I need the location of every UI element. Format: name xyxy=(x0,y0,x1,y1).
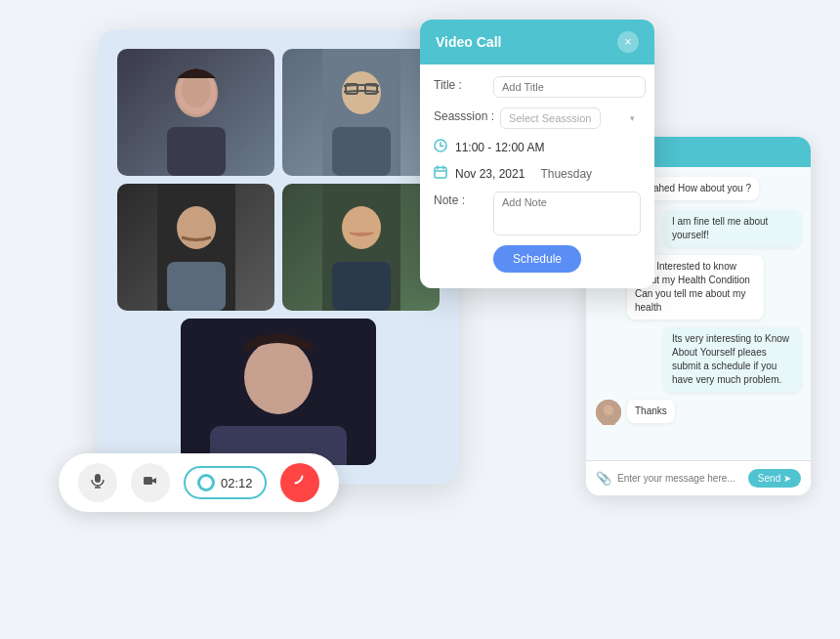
svg-rect-12 xyxy=(167,262,226,311)
video-icon xyxy=(143,473,158,492)
time-icon xyxy=(434,139,447,155)
chat-bubble-2: I am fine tell me about yourself! xyxy=(664,210,801,247)
svg-point-21 xyxy=(253,344,304,403)
date-icon xyxy=(434,165,447,182)
session-label: Seasssion : xyxy=(434,107,494,123)
modal-title: Video Call xyxy=(436,34,501,50)
chat-input-row: 📎 Send ➤ xyxy=(586,460,811,495)
note-field-row: Note : xyxy=(434,192,641,235)
session-select[interactable]: Select Seasssion xyxy=(500,107,601,129)
time-row: 11:00 - 12:00 AM xyxy=(434,139,641,155)
call-timer: 02:12 xyxy=(184,466,267,499)
title-field-row: Title : xyxy=(434,76,641,98)
svg-rect-16 xyxy=(332,262,391,311)
svg-rect-25 xyxy=(144,477,152,485)
svg-rect-6 xyxy=(332,127,391,176)
svg-rect-2 xyxy=(167,127,226,176)
send-label: Send ➤ xyxy=(758,473,791,484)
video-cell-3 xyxy=(117,184,274,311)
chat-input[interactable] xyxy=(617,473,742,484)
chat-avatar-5 xyxy=(596,400,621,425)
svg-point-17 xyxy=(347,207,376,242)
video-grid xyxy=(117,49,440,465)
attach-icon[interactable]: 📎 xyxy=(596,471,611,486)
video-cell-4 xyxy=(282,184,440,311)
note-label: Note : xyxy=(434,192,487,207)
date-day: Thuesday xyxy=(540,167,592,181)
end-call-button[interactable] xyxy=(280,463,319,502)
date-value: Nov 23, 2021 xyxy=(455,167,525,181)
title-label: Title : xyxy=(434,76,487,92)
svg-point-40 xyxy=(604,405,613,416)
send-button[interactable]: Send ➤ xyxy=(748,469,801,488)
note-textarea[interactable] xyxy=(493,192,641,235)
chat-bubble-5: Thanks xyxy=(627,400,675,423)
title-input[interactable] xyxy=(493,76,646,98)
controls-bar: 02:12 xyxy=(59,453,339,512)
modal-body: Title : Seasssion : Select Seasssion 11:… xyxy=(420,64,654,288)
video-cell-2 xyxy=(282,49,440,176)
modal-header: Video Call × xyxy=(420,20,654,64)
video-button[interactable] xyxy=(131,463,170,502)
modal-close-button[interactable]: × xyxy=(617,31,639,53)
person-avatar-2 xyxy=(282,49,440,176)
svg-rect-22 xyxy=(95,474,101,483)
chat-bubble-4: Its very interesting to Know About Yours… xyxy=(664,327,801,392)
session-field-row: Seasssion : Select Seasssion xyxy=(434,107,641,129)
svg-point-13 xyxy=(182,207,211,242)
chat-message-5: Thanks xyxy=(596,400,801,425)
video-cell-5 xyxy=(181,319,376,465)
person-avatar-1 xyxy=(117,49,274,176)
schedule-button[interactable]: Schedule xyxy=(493,245,581,273)
end-call-icon xyxy=(292,473,308,492)
timer-indicator xyxy=(197,474,215,491)
video-call-modal: Video Call × Title : Seasssion : Select … xyxy=(420,20,654,288)
person-avatar-4 xyxy=(282,184,440,311)
mic-icon xyxy=(90,473,105,492)
video-panel xyxy=(98,29,459,485)
session-select-wrapper: Select Seasssion xyxy=(500,107,641,129)
video-cell-1 xyxy=(117,49,274,176)
svg-rect-29 xyxy=(435,168,446,179)
date-row: Nov 23, 2021 Thuesday xyxy=(434,165,641,182)
mic-button[interactable] xyxy=(78,463,117,502)
timer-value: 02:12 xyxy=(221,476,253,490)
chat-message-4: Its very interesting to Know About Yours… xyxy=(596,327,801,392)
time-value: 11:00 - 12:00 AM xyxy=(455,141,544,154)
video-cell-bottom xyxy=(117,319,440,465)
person-avatar-3 xyxy=(117,184,274,311)
